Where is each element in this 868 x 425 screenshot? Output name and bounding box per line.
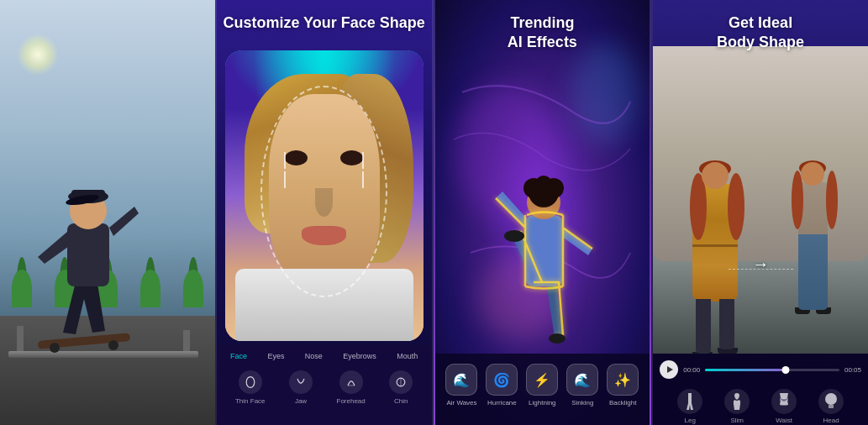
time-end: 00:05 [844,366,861,374]
jaw-label: Jaw [295,397,307,405]
waist-label: Waist [776,417,792,424]
lightning-thumb: ⚡ [526,364,558,396]
effects-row: 🌊 Air Waves 🌀 Hurricane ⚡ Lightning 🌊 Si… [435,354,650,410]
forehead-icon [339,370,363,394]
tab-nose[interactable]: Nose [305,352,323,360]
video-progress-row: 00:00 00:05 [660,360,861,379]
effect-air-waves[interactable]: 🌊 Air Waves [445,364,477,407]
effect-hurricane[interactable]: 🌀 Hurricane [486,364,518,407]
body-content-area: → [653,0,868,425]
body-controls: 00:00 00:05 Leg [653,354,868,425]
thin-face-label: Thin Face [235,397,266,405]
play-button[interactable] [660,360,678,379]
ai-effects-panel: TrendingAI Effects [434,0,652,425]
tab-eyebrows[interactable]: Eyebrows [343,352,376,360]
chin-icon [389,370,413,394]
slider-head[interactable]: Head [818,389,844,424]
forehead-label: Forehead [337,397,366,405]
video-progress-bar[interactable] [705,369,839,371]
lightning-label: Lightning [529,399,555,407]
tab-eyes[interactable]: Eyes [267,352,284,360]
person-after [790,160,836,354]
face-sliders-row: Thin Face Jaw Forehead [217,365,432,410]
leg-label: Leg [685,417,696,424]
after-pants [798,234,828,310]
slim-label: Slim [730,417,744,424]
slider-thin-face[interactable]: Thin Face [235,370,266,405]
body-shape-title: Get IdealBody Shape [653,13,868,53]
body-scene: → [653,46,868,354]
head-icon [818,389,844,414]
body-shape-panel: Get IdealBody Shape [651,0,868,425]
face-guide-dots [284,152,286,188]
ai-effects-toolbar: 🌊 Air Waves 🌀 Hurricane ⚡ Lightning 🌊 Si… [435,354,650,425]
head-label: Head [823,417,839,424]
after-hair-right [826,171,838,229]
thin-face-icon [239,370,262,394]
time-start: 00:00 [683,366,700,374]
backlight-thumb: ✨ [607,364,639,396]
lens-flare [17,34,59,76]
after-hair-left [792,171,803,229]
after-head [801,162,824,186]
face-tabs-row: Face Eyes Nose Eyebrows Mouth [217,345,432,364]
slider-forehead[interactable]: Forehead [337,370,366,405]
before-head [702,162,729,189]
svg-point-8 [246,377,255,388]
dancer-figure [479,118,605,354]
jaw-icon [289,370,313,394]
face-shape-title: Customize Your Face Shape [217,13,432,33]
play-icon [667,366,673,373]
face-toolbar: Face Eyes Nose Eyebrows Mouth Thin Face [217,345,432,425]
slider-leg[interactable]: Leg [677,389,702,424]
person-before [686,160,744,354]
sinking-label: Sinking [571,399,593,407]
backlight-label: Backlight [609,399,636,407]
waist-icon [771,389,797,414]
skater-panel [0,0,215,425]
tab-mouth[interactable]: Mouth [397,352,418,360]
hurricane-thumb: 🌀 [486,364,518,396]
ai-effects-title: TrendingAI Effects [435,13,650,53]
effect-lightning[interactable]: ⚡ Lightning [526,364,558,407]
before-left-leg [696,299,711,354]
svg-point-17 [535,176,552,192]
air-waves-thumb: 🌊 [445,364,477,396]
face-dashed-circle [260,86,387,298]
effect-backlight[interactable]: ✨ Backlight [607,364,639,407]
chin-label: Chin [394,397,408,405]
before-hair-right [728,173,744,240]
svg-rect-3 [67,223,109,286]
svg-rect-22 [829,405,834,408]
progress-handle[interactable] [782,366,790,374]
effect-sinking[interactable]: 🌊 Sinking [566,364,598,407]
svg-point-2 [108,340,118,350]
slim-icon [724,389,750,414]
slider-waist[interactable]: Waist [771,389,797,424]
face-shape-panel: Customize Your Face Shape [215,0,434,425]
air-waves-label: Air Waves [446,399,476,407]
face-portrait [225,50,423,341]
svg-point-18 [504,230,524,242]
svg-rect-20 [780,398,788,401]
tree-5 [188,257,198,307]
before-coat-belt [692,244,738,247]
before-after-arrow: → [752,254,769,274]
svg-point-1 [50,343,60,353]
body-sliders-row: Leg Slim Waist [660,384,861,424]
sinking-thumb: 🌊 [566,364,598,396]
face-guide-dots-right [362,152,364,188]
slider-slim[interactable]: Slim [724,389,750,424]
progress-fill [705,369,786,371]
slider-chin[interactable]: Chin [389,370,413,405]
ai-content-area: 🌊 Air Waves 🌀 Hurricane ⚡ Lightning 🌊 Si… [435,0,650,425]
tab-face[interactable]: Face [230,352,247,360]
svg-point-21 [825,393,837,405]
svg-rect-12 [525,215,563,286]
hurricane-label: Hurricane [487,399,517,407]
slider-jaw[interactable]: Jaw [289,370,313,405]
face-content-area: Face Eyes Nose Eyebrows Mouth Thin Face [217,0,432,425]
svg-point-19 [549,333,566,344]
before-right-leg [719,299,734,349]
skater-figure [13,131,164,366]
